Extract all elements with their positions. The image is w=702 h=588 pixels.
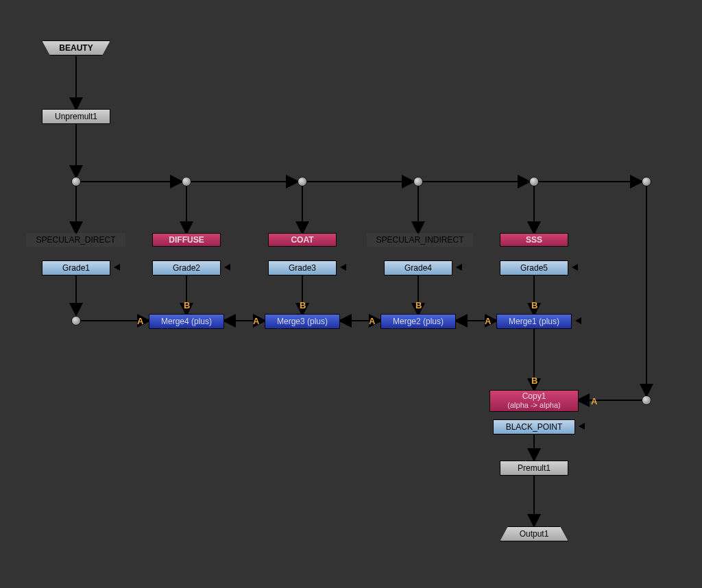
node-label: Grade2 (173, 263, 200, 273)
node-indicator-icon (572, 264, 578, 271)
dot-node-6[interactable] (642, 177, 651, 186)
node-label: Grade5 (520, 263, 548, 273)
node-indicator-icon (456, 264, 462, 271)
port-label-b: B (531, 376, 537, 386)
node-label: Unpremult1 (55, 112, 97, 121)
backdrop-label-text: SPECULAR_DIRECT (36, 235, 115, 245)
node-label: Merge3 (plus) (277, 317, 328, 326)
port-label-a: A (137, 316, 143, 326)
port-label-a: A (369, 316, 375, 326)
node-label: Premult1 (518, 463, 550, 473)
node-indicator-icon (575, 317, 581, 324)
node-merge3[interactable]: Merge3 (plus) (265, 314, 340, 329)
node-indicator-icon (582, 396, 588, 403)
node-label: BEAUTY (59, 43, 93, 53)
node-beauty-read[interactable]: BEAUTY (42, 40, 110, 56)
port-label-b: B (531, 300, 537, 310)
node-shuffle-sss[interactable]: SSS (500, 233, 568, 247)
dot-node-1[interactable] (71, 177, 81, 186)
node-grade1[interactable]: Grade1 (42, 260, 110, 275)
node-black-point[interactable]: BLACK_POINT (493, 419, 575, 434)
node-grade4[interactable]: Grade4 (384, 260, 452, 275)
node-copy1[interactable]: Copy1 (alpha -> alpha) (489, 390, 579, 412)
node-indicator-icon (224, 264, 230, 271)
node-label: Grade4 (404, 263, 432, 273)
node-indicator-icon (114, 264, 120, 271)
port-label-b: B (184, 300, 190, 310)
node-label: Grade1 (62, 263, 90, 273)
node-label: SSS (526, 235, 542, 245)
node-grade3[interactable]: Grade3 (268, 260, 337, 275)
dot-node-4[interactable] (413, 177, 423, 186)
port-label-b: B (300, 300, 306, 310)
dot-node-3[interactable] (298, 177, 307, 186)
node-merge2[interactable]: Merge2 (plus) (380, 314, 456, 329)
node-graph-canvas[interactable]: BEAUTY Unpremult1 SPECULAR_DIRECT Grade1… (0, 0, 702, 588)
node-label: BLACK_POINT (506, 422, 563, 432)
port-label-a: A (253, 316, 259, 326)
node-premult1[interactable]: Premult1 (500, 461, 568, 476)
node-merge1[interactable]: Merge1 (plus) (496, 314, 572, 329)
node-label: Grade3 (289, 263, 316, 273)
node-unpremult1[interactable]: Unpremult1 (42, 109, 110, 124)
node-label: Output1 (520, 529, 549, 539)
backdrop-label-text: SPECULAR_INDIRECT (376, 235, 463, 245)
dot-node-5[interactable] (529, 177, 539, 186)
port-label-a: A (591, 396, 597, 406)
node-label: Merge4 (plus) (161, 317, 212, 326)
dot-node-grade1-out[interactable] (71, 316, 81, 326)
node-label: Merge2 (plus) (393, 317, 444, 326)
node-label: COAT (291, 235, 313, 245)
connection-wires (0, 0, 702, 588)
port-label-a: A (485, 316, 491, 326)
backdrop-specular-direct[interactable]: SPECULAR_DIRECT (26, 233, 125, 247)
node-shuffle-diffuse[interactable]: DIFFUSE (152, 233, 221, 247)
dot-node-copy-a[interactable] (642, 395, 651, 405)
node-indicator-icon (343, 317, 350, 324)
node-shuffle-coat[interactable]: COAT (268, 233, 337, 247)
node-label: Merge1 (plus) (509, 317, 559, 326)
node-label-line2: (alpha -> alpha) (490, 401, 578, 409)
node-grade5[interactable]: Grade5 (500, 260, 568, 275)
node-indicator-icon (459, 317, 465, 324)
node-merge4[interactable]: Merge4 (plus) (149, 314, 224, 329)
node-indicator-icon (228, 317, 234, 324)
dot-node-2[interactable] (182, 177, 191, 186)
port-label-b: B (415, 300, 422, 310)
node-grade2[interactable]: Grade2 (152, 260, 221, 275)
backdrop-specular-indirect[interactable]: SPECULAR_INDIRECT (367, 233, 473, 247)
node-label: DIFFUSE (169, 235, 204, 245)
node-indicator-icon (579, 423, 585, 430)
node-label-line1: Copy1 (490, 392, 578, 401)
node-indicator-icon (340, 264, 346, 271)
node-output1[interactable]: Output1 (500, 526, 568, 541)
